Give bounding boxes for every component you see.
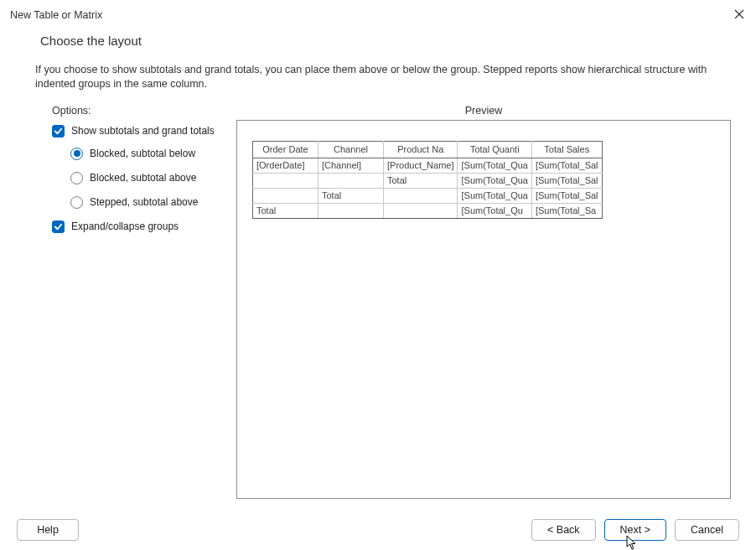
table-cell [384, 203, 458, 218]
show-subtotals-checkbox[interactable]: Show subtotals and grand totals [52, 125, 225, 138]
table-cell: [Sum(Total_Qua [458, 158, 531, 173]
column-header: Order Date [253, 141, 318, 158]
table-cell [384, 188, 458, 203]
table-cell: [OrderDate] [253, 158, 318, 173]
table-cell [318, 173, 384, 188]
table-cell [253, 188, 318, 203]
table-cell: [Channel] [318, 158, 384, 173]
table-cell: Total [318, 188, 384, 203]
table-cell: [Sum(Total_Sa [531, 203, 602, 218]
radio-unselected-icon [70, 196, 83, 209]
radio-label: Blocked, subtotal below [90, 148, 195, 159]
radio-selected-icon [70, 148, 83, 160]
page-description: If you choose to show subtotals and gran… [35, 63, 731, 91]
preview-table: Order Date Channel Product Na Total Quan… [252, 141, 603, 219]
footer-bar: Help < Back Next > Cancel [0, 510, 756, 550]
options-title: Options: [52, 105, 225, 117]
show-subtotals-label: Show subtotals and grand totals [71, 125, 215, 137]
help-button[interactable]: Help [17, 519, 79, 541]
page-heading: Choose the layout [40, 34, 731, 48]
radio-blocked-above[interactable]: Blocked, subtotal above [70, 172, 225, 184]
back-button[interactable]: < Back [531, 519, 596, 541]
radio-blocked-below[interactable]: Blocked, subtotal below [70, 148, 225, 160]
column-header: Channel [318, 141, 384, 158]
layout-radio-group: Blocked, subtotal below Blocked, subtota… [70, 148, 225, 209]
table-header-row: Order Date Channel Product Na Total Quan… [253, 141, 603, 158]
window-title: New Table or Matrix [10, 9, 102, 21]
table-row: [OrderDate] [Channel] [Product_Name] [Su… [253, 158, 603, 173]
preview-frame: Order Date Channel Product Na Total Quan… [236, 120, 731, 499]
expand-collapse-label: Expand/collapse groups [71, 221, 179, 232]
options-panel: Options: Show subtotals and grand totals… [40, 105, 225, 499]
column-header: Total Quanti [458, 141, 531, 158]
table-row: Total [Sum(Total_Qua [Sum(Total_Sal [253, 188, 603, 203]
expand-collapse-checkbox[interactable]: Expand/collapse groups [52, 221, 225, 233]
table-cell [318, 203, 384, 218]
table-cell: [Sum(Total_Qua [458, 173, 531, 188]
cancel-button[interactable]: Cancel [675, 519, 739, 541]
radio-label: Stepped, subtotal above [90, 196, 198, 208]
radio-unselected-icon [70, 172, 83, 184]
checkbox-checked-icon [52, 221, 65, 233]
table-cell: [Sum(Total_Sal [531, 158, 602, 173]
checkbox-checked-icon [52, 125, 65, 138]
table-cell: [Sum(Total_Sal [531, 188, 602, 203]
table-cell: [Sum(Total_Qua [458, 188, 531, 203]
column-header: Product Na [384, 141, 458, 158]
table-cell [253, 173, 318, 188]
table-cell: [Sum(Total_Sal [531, 173, 602, 188]
close-button[interactable] [733, 7, 746, 23]
radio-label: Blocked, subtotal above [90, 172, 196, 184]
close-icon [734, 9, 744, 19]
table-cell: [Sum(Total_Qu [458, 203, 531, 218]
table-row: Total [Sum(Total_Qua [Sum(Total_Sal [253, 173, 603, 188]
table-cell: [Product_Name] [384, 158, 458, 173]
next-button[interactable]: Next > [604, 519, 666, 541]
table-cell: Total [384, 173, 458, 188]
column-header: Total Sales [531, 141, 602, 158]
table-cell: Total [253, 203, 318, 218]
preview-title: Preview [236, 105, 731, 117]
table-row: Total [Sum(Total_Qu [Sum(Total_Sa [253, 203, 603, 218]
radio-stepped-above[interactable]: Stepped, subtotal above [70, 196, 225, 209]
